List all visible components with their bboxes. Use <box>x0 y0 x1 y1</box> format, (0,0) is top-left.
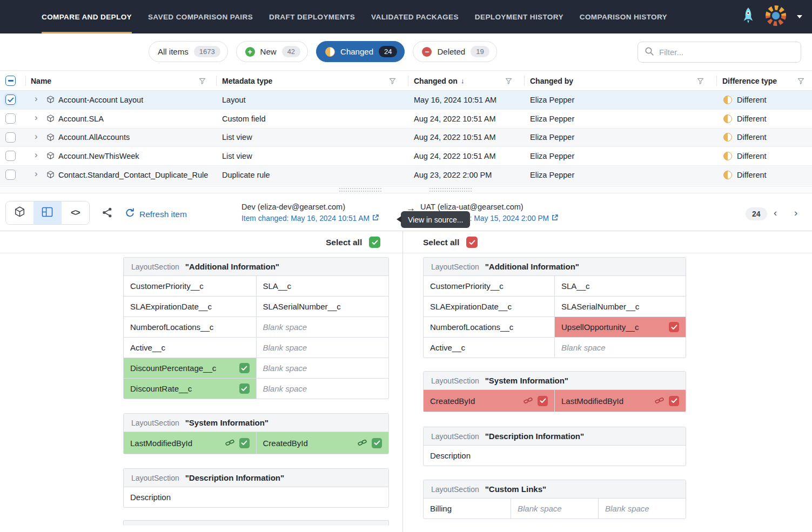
row-checkbox[interactable] <box>5 151 16 161</box>
column-header-changed-by[interactable]: Changed by <box>530 71 573 91</box>
broken-link-icon <box>655 396 664 406</box>
section-type-label: LayoutSection <box>131 262 179 271</box>
row-changed-on: Aug 24, 2022 10:51 AM <box>414 110 496 128</box>
row-checkbox[interactable] <box>5 132 16 143</box>
select-all-rows-checkbox[interactable] <box>5 76 16 86</box>
column-header-metadata-type[interactable]: Metadata type <box>222 71 272 91</box>
split-view-icon <box>42 207 53 219</box>
nav-right-icons <box>742 0 802 33</box>
split-view-button[interactable] <box>33 201 61 224</box>
section-type-label: LayoutSection <box>131 419 179 427</box>
expand-chevron-icon[interactable]: › <box>35 112 38 123</box>
layout-field-cell: Description <box>124 487 388 507</box>
row-name: Account.SLA <box>58 110 104 128</box>
filter-pill-changed[interactable]: Changed24 <box>316 41 405 62</box>
column-header-difference-type[interactable]: Difference type <box>722 71 777 91</box>
layout-field-cell: Description <box>424 446 686 466</box>
target-env-name: UAT (eliza-uat@gearset.com) <box>420 203 558 211</box>
layout-field-cell: CreatedById <box>256 432 389 454</box>
filter-pill-deleted[interactable]: −Deleted19 <box>413 41 496 62</box>
expand-chevron-icon[interactable]: › <box>35 169 38 179</box>
next-section-sliver <box>123 520 389 526</box>
row-metadata-type: List view <box>222 147 252 165</box>
chevron-down-icon[interactable] <box>797 15 802 18</box>
field-label: Blank space <box>263 322 307 332</box>
expand-chevron-icon[interactable]: › <box>35 150 38 160</box>
next-item-button[interactable]: › <box>794 207 797 219</box>
field-checkbox[interactable] <box>239 438 250 448</box>
field-label: CreatedById <box>430 396 475 406</box>
column-separator <box>216 76 217 86</box>
column-header-name[interactable]: Name <box>31 71 51 91</box>
nav-tab-saved-comparison-pairs[interactable]: SAVED COMPARISON PAIRS <box>148 0 253 33</box>
layout-field-cell: NumberofLocations__c <box>424 317 554 337</box>
table-row[interactable]: ›Account.AllAccountsList viewAug 24, 202… <box>0 129 812 147</box>
field-checkbox[interactable] <box>538 396 548 406</box>
nav-tab-compare-and-deploy[interactable]: COMPARE AND DEPLOY <box>42 0 132 33</box>
nav-tabs: COMPARE AND DEPLOYSAVED COMPARISON PAIRS… <box>42 0 667 33</box>
share-icon[interactable] <box>102 207 113 220</box>
row-name: Account.AllAccounts <box>58 129 130 147</box>
filter-pill-new[interactable]: +New42 <box>236 41 308 62</box>
expand-chevron-icon[interactable]: › <box>35 131 38 142</box>
row-checkbox[interactable] <box>5 113 16 124</box>
row-changed-by: Eliza Pepper <box>530 110 574 128</box>
select-all-source-checkbox[interactable] <box>369 237 380 248</box>
table-row[interactable]: ›Account.NewThisWeekList viewAug 24, 202… <box>0 147 812 166</box>
filter-funnel-icon[interactable] <box>797 77 804 87</box>
layout-section-table: LayoutSection"Custom Links"BillingBlank … <box>423 480 686 519</box>
cell-controls <box>669 322 679 332</box>
expand-chevron-icon[interactable]: › <box>35 93 38 104</box>
diff-filter-pills: All items1673+New42Changed24−Deleted19 <box>149 41 497 62</box>
code-view-button[interactable]: <> <box>62 201 89 224</box>
minus-circle-icon: − <box>422 47 432 57</box>
layout-field-cell: Blank space <box>256 358 389 378</box>
nav-tab-deployment-history[interactable]: DEPLOYMENT HISTORY <box>475 0 563 33</box>
refresh-item-button[interactable]: Refresh item <box>125 208 187 220</box>
field-label: CustomerPriority__c <box>430 281 504 291</box>
nav-tab-draft-deployments[interactable]: DRAFT DEPLOYMENTS <box>269 0 355 33</box>
filter-funnel-icon[interactable] <box>505 77 512 87</box>
layout-section-table: LayoutSection"System Information"Created… <box>423 371 686 412</box>
nav-tab-validated-packages[interactable]: VALIDATED PACKAGES <box>371 0 459 33</box>
cell-controls <box>655 396 679 406</box>
table-row[interactable]: ›Account.SLACustom fieldAug 24, 2022 10:… <box>0 110 812 129</box>
search-input[interactable] <box>659 48 794 57</box>
table-row[interactable]: ›Account-Account LayoutLayoutMay 16, 202… <box>0 91 812 110</box>
filter-funnel-icon[interactable] <box>199 77 206 87</box>
field-checkbox[interactable] <box>669 396 679 406</box>
column-header-changed-on[interactable]: Changed on↓ <box>414 71 464 91</box>
row-changed-by: Eliza Pepper <box>530 147 574 165</box>
table-row[interactable]: ›Contact.Standard_Contact_Duplicate_Rule… <box>0 166 812 185</box>
field-label: Blank space <box>263 363 307 373</box>
layout-section-header: LayoutSection"System Information" <box>424 372 686 389</box>
field-checkbox[interactable] <box>239 363 250 373</box>
row-checkbox[interactable] <box>5 95 16 105</box>
layout-field-cell: Blank space <box>511 499 598 518</box>
cell-controls <box>524 396 548 406</box>
filter-pill-all-items[interactable]: All items1673 <box>149 41 228 62</box>
layout-field-cell: Billing <box>424 499 511 518</box>
package-view-button[interactable] <box>6 201 33 224</box>
select-all-target-checkbox[interactable] <box>466 237 478 248</box>
filter-bar: All items1673+New42Changed24−Deleted19 <box>0 33 812 71</box>
nav-tab-comparison-history[interactable]: COMPARISON HISTORY <box>580 0 667 33</box>
user-gear-avatar[interactable] <box>766 5 786 28</box>
previous-item-button[interactable]: ‹ <box>774 207 777 219</box>
source-env-block: Dev (eliza-dev@gearset.com) Item changed… <box>241 203 379 223</box>
source-changed-link[interactable]: Item changed: May 16, 2024 10:51 AM <box>241 214 379 223</box>
field-checkbox[interactable] <box>669 322 679 332</box>
row-checkbox[interactable] <box>5 170 16 180</box>
field-label: Active__c <box>430 343 465 352</box>
layout-section-table: LayoutSection"Description Information"De… <box>423 427 686 466</box>
field-label: SLAExpirationDate__c <box>430 302 512 311</box>
row-changed-by: Eliza Pepper <box>530 91 574 109</box>
field-checkbox[interactable] <box>239 383 250 394</box>
field-checkbox[interactable] <box>372 438 382 448</box>
field-label: UpsellOpportunity__c <box>561 322 639 332</box>
filter-funnel-icon[interactable] <box>389 77 396 87</box>
field-label: SLA__c <box>263 281 292 291</box>
filter-funnel-icon[interactable] <box>697 77 704 87</box>
layout-field-row: SLAExpirationDate__cSLASerialNumber__c <box>124 296 388 316</box>
rocket-icon[interactable] <box>742 7 755 27</box>
